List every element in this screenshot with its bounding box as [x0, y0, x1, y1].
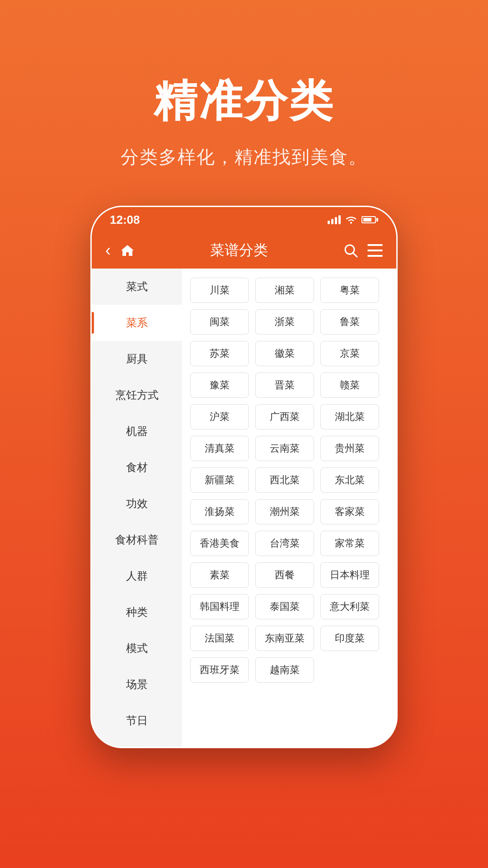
tag-2-0[interactable]: 苏菜 — [190, 341, 249, 366]
search-icon[interactable] — [343, 243, 358, 258]
wifi-icon — [345, 215, 357, 224]
sidebar-item-7[interactable]: 食材科普 — [92, 522, 182, 558]
phone-mockup: 12:08 ‹ — [90, 206, 398, 748]
hero-title: 精准分类 — [154, 72, 334, 131]
sidebar-item-2[interactable]: 厨具 — [92, 341, 182, 377]
tag-3-2[interactable]: 赣菜 — [320, 373, 379, 398]
svg-rect-3 — [367, 244, 383, 246]
tag-9-2[interactable]: 日本料理 — [320, 562, 379, 588]
tag-4-0[interactable]: 沪菜 — [190, 404, 249, 429]
tag-row-6: 新疆菜西北菜东北菜 — [190, 467, 388, 493]
svg-rect-4 — [367, 250, 383, 251]
tag-5-1[interactable]: 云南菜 — [255, 436, 314, 461]
sidebar-item-9[interactable]: 种类 — [92, 594, 182, 630]
sidebar-item-0[interactable]: 菜式 — [92, 269, 182, 305]
category-sidebar: 菜式菜系厨具烹饪方式机器食材功效食材科普人群种类模式场景节日节气季节器具份量难度 — [92, 269, 182, 747]
tag-row-2: 苏菜徽菜京菜 — [190, 341, 388, 366]
content-area: 菜式菜系厨具烹饪方式机器食材功效食材科普人群种类模式场景节日节气季节器具份量难度… — [92, 269, 396, 747]
menu-icon[interactable] — [367, 244, 383, 257]
tag-row-7: 淮扬菜潮州菜客家菜 — [190, 499, 388, 524]
sidebar-item-11[interactable]: 场景 — [92, 666, 182, 703]
tag-11-0[interactable]: 法国菜 — [190, 626, 249, 651]
tag-5-2[interactable]: 贵州菜 — [320, 436, 379, 461]
tag-grid: 川菜湘菜粤菜闽菜浙菜鲁菜苏菜徽菜京菜豫菜晋菜赣菜沪菜广西菜湖北菜清真菜云南菜贵州… — [182, 269, 396, 747]
tag-3-1[interactable]: 晋菜 — [255, 373, 314, 398]
tag-row-3: 豫菜晋菜赣菜 — [190, 373, 388, 398]
tag-row-0: 川菜湘菜粤菜 — [190, 278, 388, 303]
tag-9-0[interactable]: 素菜 — [190, 562, 249, 588]
tag-7-2[interactable]: 客家菜 — [320, 499, 379, 524]
tag-2-1[interactable]: 徽菜 — [255, 341, 314, 366]
tag-9-1[interactable]: 西餐 — [255, 562, 314, 588]
svg-point-0 — [350, 222, 352, 224]
tag-row-12: 西班牙菜越南菜 — [190, 657, 388, 683]
sidebar-item-10[interactable]: 模式 — [92, 630, 182, 666]
tag-row-10: 韩国料理泰国菜意大利菜 — [190, 594, 388, 619]
tag-1-1[interactable]: 浙菜 — [255, 309, 314, 335]
home-icon[interactable] — [120, 243, 135, 258]
tag-3-0[interactable]: 豫菜 — [190, 373, 249, 398]
back-button[interactable]: ‹ — [105, 241, 111, 260]
sidebar-item-3[interactable]: 烹饪方式 — [92, 377, 182, 413]
nav-bar: ‹ 菜谱分类 — [92, 232, 396, 269]
nav-title: 菜谱分类 — [144, 241, 334, 260]
tag-10-0[interactable]: 韩国料理 — [190, 594, 249, 619]
tag-0-1[interactable]: 湘菜 — [255, 278, 314, 303]
hero-subtitle: 分类多样化，精准找到美食。 — [121, 145, 367, 170]
tag-0-0[interactable]: 川菜 — [190, 278, 249, 303]
tag-10-1[interactable]: 泰国菜 — [255, 594, 314, 619]
tag-2-2[interactable]: 京菜 — [320, 341, 379, 366]
tag-1-2[interactable]: 鲁菜 — [320, 309, 379, 335]
tag-4-1[interactable]: 广西菜 — [255, 404, 314, 429]
tag-7-0[interactable]: 淮扬菜 — [190, 499, 249, 524]
tag-row-1: 闽菜浙菜鲁菜 — [190, 309, 388, 335]
sidebar-item-4[interactable]: 机器 — [92, 413, 182, 449]
sidebar-item-12[interactable]: 节日 — [92, 703, 182, 739]
battery-icon — [361, 216, 378, 223]
status-bar: 12:08 — [92, 207, 396, 232]
hero-section: 精准分类 分类多样化，精准找到美食。 — [0, 0, 488, 206]
tag-8-2[interactable]: 家常菜 — [320, 531, 379, 556]
tag-7-1[interactable]: 潮州菜 — [255, 499, 314, 524]
svg-line-2 — [353, 253, 357, 257]
tag-5-0[interactable]: 清真菜 — [190, 436, 249, 461]
tag-row-8: 香港美食台湾菜家常菜 — [190, 531, 388, 556]
status-icons — [328, 215, 378, 224]
tag-12-1[interactable]: 越南菜 — [255, 657, 314, 683]
tag-6-1[interactable]: 西北菜 — [255, 467, 314, 493]
signal-icon — [328, 215, 341, 224]
tag-6-2[interactable]: 东北菜 — [320, 467, 379, 493]
tag-row-9: 素菜西餐日本料理 — [190, 562, 388, 588]
tag-4-2[interactable]: 湖北菜 — [320, 404, 379, 429]
phone-mockup-wrap: 12:08 ‹ — [90, 206, 398, 868]
tag-row-4: 沪菜广西菜湖北菜 — [190, 404, 388, 429]
tag-8-0[interactable]: 香港美食 — [190, 531, 249, 556]
tag-0-2[interactable]: 粤菜 — [320, 278, 379, 303]
sidebar-item-8[interactable]: 人群 — [92, 558, 182, 594]
tag-11-1[interactable]: 东南亚菜 — [255, 626, 314, 651]
tag-1-0[interactable]: 闽菜 — [190, 309, 249, 335]
tag-row-5: 清真菜云南菜贵州菜 — [190, 436, 388, 461]
tag-8-1[interactable]: 台湾菜 — [255, 531, 314, 556]
sidebar-item-13[interactable]: 节气 — [92, 739, 182, 747]
tag-11-2[interactable]: 印度菜 — [320, 626, 379, 651]
tag-row-11: 法国菜东南亚菜印度菜 — [190, 626, 388, 651]
status-time: 12:08 — [110, 213, 140, 227]
tag-12-0[interactable]: 西班牙菜 — [190, 657, 249, 683]
tag-6-0[interactable]: 新疆菜 — [190, 467, 249, 493]
sidebar-item-5[interactable]: 食材 — [92, 449, 182, 486]
sidebar-item-6[interactable]: 功效 — [92, 486, 182, 522]
svg-rect-5 — [367, 255, 383, 257]
tag-10-2[interactable]: 意大利菜 — [320, 594, 379, 619]
sidebar-item-1[interactable]: 菜系 — [92, 305, 182, 341]
